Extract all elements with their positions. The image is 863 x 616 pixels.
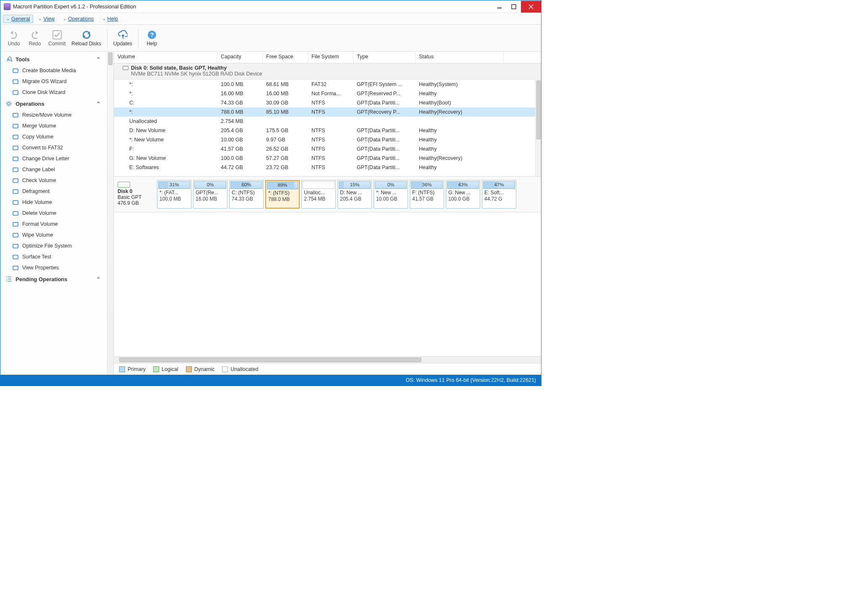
close-button[interactable] [521,1,541,13]
scrollbar-thumb[interactable] [119,358,421,362]
sidebar-item[interactable]: Change Label [0,164,113,175]
volume-row[interactable]: *: 16.00 MB 16.00 MB Not Forma... GPT(Re… [114,89,535,98]
scrollbar-thumb[interactable] [536,81,541,139]
sidebar-item[interactable]: Migrate OS Wizard [0,76,113,87]
vertical-scrollbar[interactable] [535,80,541,176]
volume-row[interactable]: *: 788.0 MB 85.10 MB NTFS GPT(Recovery P… [114,107,535,117]
sidebar-item-label: Wipe Volume [22,232,53,238]
menu-view[interactable]: ⌄View [35,15,58,23]
splitter-grip[interactable]: ⋮ [114,194,114,206]
unallocated-swatch [222,366,228,372]
usage-bar: 0% [375,181,407,189]
svg-rect-8 [13,80,18,84]
col-free[interactable]: Free Space [263,52,308,63]
tools-section-header[interactable]: Tools ⌃ [0,53,113,65]
sidebar-item[interactable]: Defragment [0,186,113,197]
volume-row[interactable]: C: 74.33 GB 30.09 GB NTFS GPT(Data Parti… [114,98,535,107]
sidebar-item-label: Change Label [22,167,55,172]
list-icon [5,276,12,282]
sidebar-item[interactable]: View Properties [0,262,113,273]
redo-button[interactable]: Redo [25,26,45,50]
volume-row[interactable]: ..... [114,172,535,176]
svg-rect-12 [13,124,18,128]
sidebar-item[interactable]: Delete Volume [0,208,113,219]
sidebar-item[interactable]: Format Volume [0,219,113,230]
sidebar-item-label: Hide Volume [22,199,52,205]
sidebar-item[interactable]: Convert to FAT32 [0,142,113,153]
help-icon: ? [147,30,157,40]
volume-row[interactable]: *: 100.0 MB 68.61 MB FAT32 GPT(EFI Syste… [114,80,535,89]
titlebar: Macrorit Partition Expert v6.1.2 - Profe… [0,0,541,13]
disk-segment[interactable]: 31% *: (FAT... 100.0 MB [157,180,191,209]
disk-segment[interactable]: 43% G: New ... 100.0 GB [446,180,480,209]
minimize-button[interactable] [492,1,507,13]
horizontal-scrollbar[interactable] [114,356,541,363]
svg-text:?: ? [150,31,154,38]
sidebar-item[interactable]: Resize/Move Volume [0,110,113,120]
window-title: Macrorit Partition Expert v6.1.2 - Profe… [13,4,492,10]
reload-disks-button[interactable]: Reload Disks [69,26,104,50]
sidebar-item[interactable]: Change Drive Letter [0,153,113,164]
disk-segment[interactable]: 89% *: (NTFS) 788.0 MB [265,180,300,209]
undo-button[interactable]: Undo [4,26,24,50]
sidebar-item[interactable]: Surface Test [0,251,113,262]
volume-row[interactable]: *: New Volume 10.00 GB 9.97 GB NTFS GPT(… [114,135,535,144]
gear-icon [5,100,12,107]
help-button[interactable]: ?Help [142,26,162,50]
format-icon [12,221,19,227]
volume-row[interactable]: E: Softwares 44.72 GB 23.72 GB NTFS GPT(… [114,163,535,172]
col-status[interactable]: Status [416,52,504,63]
sidebar-item[interactable]: Check Volume [0,175,113,186]
volume-row[interactable]: D: New Volume 205.4 GB 175.5 GB NTFS GPT… [114,126,535,135]
volume-table-header: Volume Capacity Free Space File System T… [114,52,541,63]
usage-bar: 36% [411,181,443,189]
menu-general[interactable]: ⌄General [3,15,33,23]
disk-group-header[interactable]: Disk 0: Solid state, Basic GPT, Healthy … [114,63,541,80]
disk-map: Disk 0 Basic GPT 476.9 GB 31% *: (FAT...… [114,176,541,212]
col-capacity[interactable]: Capacity [217,52,263,63]
disk-segment[interactable]: 0% GPT(Re... 16.00 MB [193,180,228,209]
maximize-button[interactable] [507,1,521,13]
disk-segment[interactable]: 36% F: (NTFS) 41.57 GB [410,180,444,209]
usage-bar: 15% [339,181,371,189]
col-fs[interactable]: File System [308,52,353,63]
sidebar-item[interactable]: Clone Disk Wizard [0,87,113,98]
updates-button[interactable]: Updates [111,26,135,50]
commit-button[interactable]: Commit [46,26,68,50]
svg-rect-18 [13,190,18,193]
scrollbar-thumb[interactable] [108,52,112,65]
letter-icon [12,155,19,162]
sidebar-item[interactable]: Copy Volume [0,131,113,142]
svg-rect-22 [13,233,18,237]
disk-segment[interactable]: 47% E: Soft... 44.72 G [482,180,516,209]
sidebar-item[interactable]: Optimize File System [0,240,113,251]
pending-section-header[interactable]: Pending Operations ⌃ [0,273,113,285]
operations-section-header[interactable]: Operations ⌃ [0,98,113,110]
volume-row[interactable]: F: 41.57 GB 26.52 GB NTFS GPT(Data Parti… [114,144,535,154]
usage-bar: 89% [267,182,298,189]
sidebar-item-label: Delete Volume [22,210,56,216]
toolbar: Undo Redo Commit Reload Disks Updates ?H… [0,25,541,52]
disk-segment[interactable]: Unalloc... 2.754 MB [301,180,336,209]
disk-segment[interactable]: 60% C: (NTFS) 74.33 GB [229,180,264,209]
sidebar-item[interactable]: Create Bootable Media [0,65,113,76]
menu-help[interactable]: ⌄Help [99,15,122,23]
menu-operations[interactable]: ⌄Operations [60,15,97,23]
svg-rect-17 [13,179,18,183]
disk-segment[interactable]: 0% *: New ... 10.00 GB [374,180,408,209]
col-type[interactable]: Type [353,52,416,63]
col-volume[interactable]: Volume [114,52,217,63]
disk-segment[interactable]: 15% D: New ... 205.4 GB [337,180,372,209]
chevron-down-icon: ⌄ [63,16,66,21]
sidebar-item[interactable]: Merge Volume [0,120,113,131]
chevron-down-icon: ⌄ [102,16,106,21]
main-panel: ⋮ Volume Capacity Free Space File System… [114,52,541,375]
svg-rect-20 [13,211,18,215]
volume-row[interactable]: Unallocated 2.754 MB [114,117,535,126]
sidebar-item[interactable]: Wipe Volume [0,230,113,240]
volume-row[interactable]: G: New Volume 100.0 GB 57.27 GB NTFS GPT… [114,154,535,163]
sidebar-item[interactable]: Hide Volume [0,197,113,208]
disk-map-label[interactable]: Disk 0 Basic GPT 476.9 GB [117,180,155,209]
sidebar-item-label: Surface Test [22,254,51,260]
sidebar-item-label: Format Volume [22,221,58,227]
